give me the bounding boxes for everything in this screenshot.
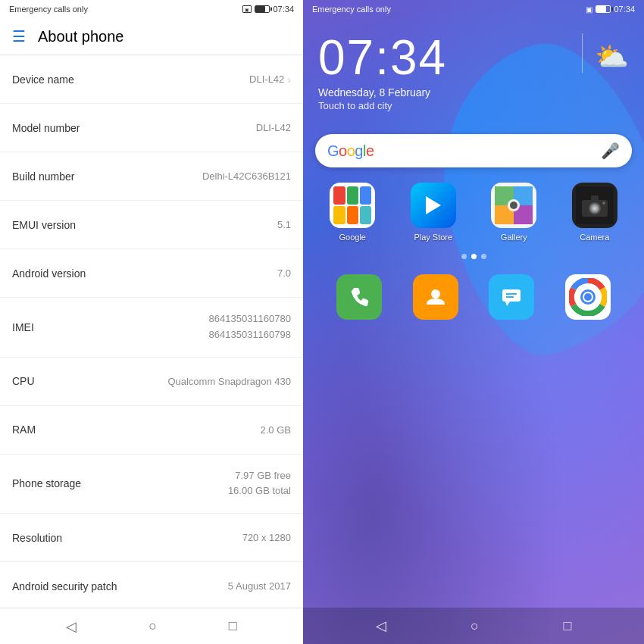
android-version-value: 7.0: [277, 267, 291, 279]
messages-icon: [489, 274, 534, 320]
ram-label: RAM: [12, 424, 36, 436]
emui-version-value: 5.1: [277, 219, 291, 230]
bottom-nav-right: ◁ ○ □: [303, 608, 644, 644]
android-version-row: Android version 7.0: [0, 249, 303, 298]
phone-svg: [347, 285, 371, 309]
gallery-icon: [491, 183, 536, 228]
svg-point-16: [431, 289, 440, 299]
recents-button-left[interactable]: □: [229, 618, 237, 634]
mic-icon[interactable]: 🎤: [601, 142, 620, 160]
phone-storage-label: Phone storage: [12, 477, 81, 489]
emui-version-row: EMUI version 5.1: [0, 201, 303, 249]
camera-label: Camera: [580, 233, 609, 242]
model-number-label: Model number: [12, 122, 80, 134]
app-playstore[interactable]: Play Store: [396, 183, 471, 242]
device-name-row[interactable]: Device name DLI-L42 ›: [0, 55, 303, 104]
status-icons-left: ▣ 07:34: [242, 5, 294, 14]
dock-contacts[interactable]: [413, 274, 458, 320]
time-right: 07:34: [614, 5, 635, 14]
sim-icon-right: ▣: [586, 5, 592, 14]
svg-point-24: [584, 293, 592, 301]
phone-storage-values: 7.97 GB free 16.00 GB total: [228, 468, 291, 500]
weather-section: ⛅: [582, 33, 629, 73]
build-number-value: Delhi-L42C636B121: [202, 170, 291, 182]
dot-1[interactable]: [461, 254, 467, 259]
page-dots: [303, 248, 644, 265]
dot-2-active[interactable]: [471, 254, 477, 259]
imei-row: IMEI 864135031160780 864135031160798: [0, 298, 303, 358]
svg-rect-17: [502, 289, 521, 302]
gallery-label: Gallery: [501, 233, 527, 242]
home-screen-panel: Emergency calls only ▣ 07:34 07:34 Wedne…: [303, 0, 644, 644]
dock-chrome[interactable]: [565, 274, 611, 320]
model-number-row: Model number DLI-L42: [0, 104, 303, 152]
chrome-svg: [569, 278, 607, 316]
google-search-bar[interactable]: Google 🎤: [315, 134, 632, 167]
playstore-svg: [421, 193, 445, 217]
sim-icon: ▣: [242, 5, 252, 13]
app-google[interactable]: Google: [315, 183, 390, 242]
bottom-nav-left: ◁ ○ □: [0, 608, 303, 644]
ram-row: RAM 2.0 GB: [0, 406, 303, 455]
lock-hint[interactable]: Touch to add city: [318, 100, 576, 111]
lock-time: 07:34: [318, 33, 576, 82]
app-camera[interactable]: Camera: [558, 183, 633, 242]
device-name-value: DLI-L42 ›: [249, 73, 291, 86]
playstore-icon: [411, 183, 456, 228]
security-patch-row: Android security patch 5 August 2017: [0, 562, 303, 608]
model-number-value: DLI-L42: [256, 122, 291, 133]
header-bar: ☰ About phone: [0, 18, 303, 55]
camera-icon: [572, 183, 617, 228]
hamburger-icon[interactable]: ☰: [12, 27, 26, 45]
build-number-label: Build number: [12, 170, 75, 183]
gallery-svg: [495, 186, 533, 224]
build-number-row: Build number Delhi-L42C636B121: [0, 152, 303, 201]
time-left: 07:34: [273, 5, 294, 14]
battery-icon-left: [255, 5, 270, 13]
home-button-left[interactable]: ○: [148, 618, 157, 634]
resolution-value: 720 x 1280: [242, 532, 291, 543]
svg-marker-0: [426, 196, 441, 214]
app-grid: Google Pla: [303, 177, 644, 248]
google-icon-wrapper: [330, 183, 375, 228]
back-button-left[interactable]: ◁: [66, 618, 77, 635]
time-section: 07:34 Wednesday, 8 February Touch to add…: [318, 33, 576, 111]
back-button-right[interactable]: ◁: [376, 617, 386, 634]
emergency-text-right: Emergency calls only: [312, 5, 391, 14]
svg-point-15: [602, 202, 605, 205]
info-list: Device name DLI-L42 › Model number DLI-L…: [0, 55, 303, 608]
google-label: Google: [339, 233, 366, 242]
google-icon: [330, 183, 375, 228]
dot-3[interactable]: [481, 254, 486, 259]
weather-icon: ⛅: [595, 41, 629, 73]
home-button-right[interactable]: ○: [470, 618, 479, 634]
status-bar-right: Emergency calls only ▣ 07:34: [303, 0, 644, 18]
playstore-label: Play Store: [414, 233, 452, 242]
cpu-label: CPU: [12, 375, 35, 387]
svg-point-7: [510, 202, 517, 209]
page-title: About phone: [38, 28, 123, 45]
dock-messages[interactable]: [489, 274, 534, 320]
chevron-icon: ›: [287, 73, 291, 86]
imei-values: 864135031160780 864135031160798: [209, 311, 291, 343]
emergency-text-left: Emergency calls only: [9, 5, 88, 14]
battery-icon-right: [596, 5, 611, 13]
emui-version-label: EMUI version: [12, 219, 76, 231]
cpu-row: CPU Qualcomm Snapdragon 430: [0, 358, 303, 406]
resolution-label: Resolution: [12, 532, 62, 544]
android-version-label: Android version: [12, 267, 86, 280]
svg-point-14: [593, 207, 596, 210]
phone-storage-row: Phone storage 7.97 GB free 16.00 GB tota…: [0, 455, 303, 514]
about-phone-panel: Emergency calls only ▣ 07:34 ☰ About pho…: [0, 0, 303, 644]
recents-button-right[interactable]: □: [563, 618, 571, 634]
camera-svg: [576, 186, 614, 224]
messages-svg: [499, 285, 524, 309]
svg-marker-18: [505, 302, 510, 306]
security-patch-value: 5 August 2017: [228, 580, 291, 592]
contacts-icon: [413, 274, 458, 320]
app-gallery[interactable]: Gallery: [477, 183, 552, 242]
dock-phone[interactable]: [336, 274, 382, 320]
resolution-row: Resolution 720 x 1280: [0, 514, 303, 562]
ram-value: 2.0 GB: [261, 424, 291, 436]
chrome-icon: [565, 274, 611, 320]
